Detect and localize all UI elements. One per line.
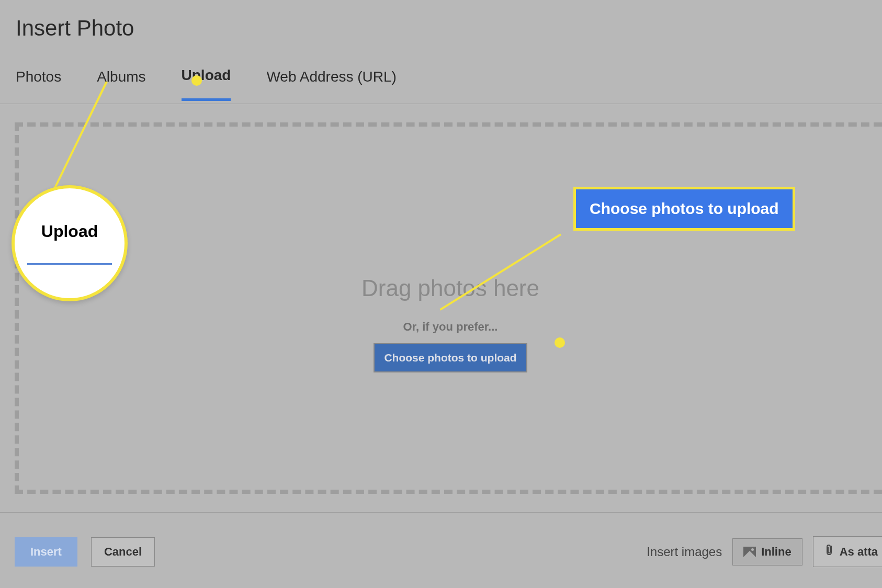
upload-dropzone[interactable]: Drag photos here Or, if you prefer... Ch… (15, 122, 882, 494)
annotation-callout-choose-button: Choose photos to upload (573, 187, 795, 231)
footer-divider (0, 512, 882, 513)
annotation-upload-label: Upload (41, 222, 98, 241)
header-divider (0, 104, 882, 104)
inline-toggle-button[interactable]: Inline (732, 538, 802, 566)
paperclip-icon (824, 543, 834, 560)
annotation-callout-upload-zoom: Upload (12, 185, 128, 301)
image-icon (743, 547, 756, 557)
tab-upload[interactable]: Upload (182, 67, 231, 101)
as-attachment-label: As atta (840, 545, 878, 559)
dialog-title: Insert Photo (16, 16, 134, 41)
insert-button[interactable]: Insert (15, 537, 77, 567)
choose-photos-button[interactable]: Choose photos to upload (374, 343, 527, 372)
inline-label: Inline (761, 545, 791, 559)
annotation-upload-underline (27, 263, 112, 265)
cancel-button[interactable]: Cancel (91, 537, 155, 567)
insert-images-label: Insert images (647, 545, 722, 559)
dialog-footer: Insert Cancel Insert images Inline As at… (15, 536, 882, 567)
annotation-dot-choose (555, 337, 565, 348)
tab-bar: Photos Albums Upload Web Address (URL) (16, 67, 397, 101)
tab-photos[interactable]: Photos (16, 69, 61, 100)
drag-photos-label: Drag photos here (361, 275, 539, 301)
footer-right-group: Insert images Inline As atta (647, 536, 882, 567)
or-prefer-label: Or, if you prefer... (403, 320, 498, 334)
as-attachment-toggle-button[interactable]: As atta (813, 536, 882, 567)
annotation-dot-upload (191, 75, 202, 86)
tab-url[interactable]: Web Address (URL) (266, 69, 396, 100)
